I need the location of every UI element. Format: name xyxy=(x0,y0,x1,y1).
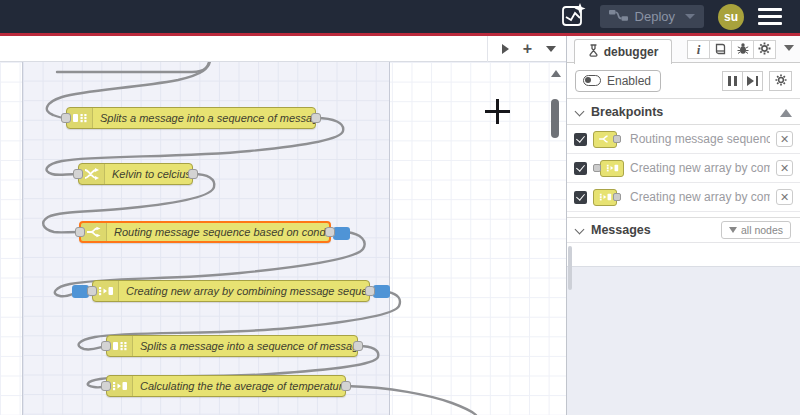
step-button[interactable] xyxy=(742,71,763,91)
tab-debugger-label: debugger xyxy=(604,45,659,59)
join-node-badge xyxy=(593,160,624,177)
input-port[interactable] xyxy=(61,113,71,123)
messages-title: Messages xyxy=(591,223,651,237)
node-red-window: Deploy su xyxy=(0,0,800,415)
join-node-badge xyxy=(593,189,624,206)
input-port[interactable] xyxy=(87,286,97,296)
deploy-caret-icon[interactable] xyxy=(685,14,695,19)
node-label: Splits a message into a sequence of mess… xyxy=(133,340,357,352)
deploy-label: Deploy xyxy=(635,9,675,24)
debugger-toolbar: Enabled xyxy=(567,63,800,99)
input-port[interactable] xyxy=(73,169,83,179)
info-tab-button[interactable]: i xyxy=(687,40,710,59)
step-icon xyxy=(747,76,758,86)
switch-node-badge xyxy=(593,131,624,148)
node-join-1[interactable]: Creating new array by combining message … xyxy=(92,280,370,302)
breakpoints-section-header[interactable]: Breakpoints xyxy=(567,99,800,125)
flow-tabstrip: + xyxy=(0,36,566,62)
node-split-1[interactable]: Splits a message into a sequence of mess… xyxy=(66,107,316,129)
breakpoint-checkbox[interactable] xyxy=(574,162,587,175)
output-port-icon xyxy=(613,193,621,201)
user-avatar[interactable]: su xyxy=(718,4,744,30)
node-label: Routing message sequence based on condit… xyxy=(107,226,329,238)
help-tab-button[interactable] xyxy=(709,40,732,59)
canvas-scrollbar-thumb[interactable] xyxy=(551,99,559,138)
output-port[interactable] xyxy=(311,113,321,123)
debug-tab-button[interactable] xyxy=(731,40,754,59)
node-label: Creating new array by combining message … xyxy=(119,285,369,297)
image-sparkle-icon[interactable] xyxy=(560,2,586,32)
input-port[interactable] xyxy=(101,381,111,391)
breakpoint-checkbox[interactable] xyxy=(574,133,587,146)
main-menu-icon[interactable] xyxy=(758,8,782,25)
breakpoint-label: Routing message sequence based on condit… xyxy=(630,132,770,146)
enabled-label: Enabled xyxy=(607,74,651,88)
toggle-icon xyxy=(583,75,601,86)
pause-icon xyxy=(728,76,737,86)
breakpoint-row[interactable]: Routing message sequence based on condit… xyxy=(567,125,800,154)
output-port[interactable] xyxy=(353,341,363,351)
node-label: Calculating the the average of temperatu… xyxy=(133,380,345,392)
info-icon: i xyxy=(697,42,701,58)
sidebar-scroll-up-icon[interactable] xyxy=(780,109,792,117)
deploy-button[interactable]: Deploy xyxy=(600,5,704,28)
input-port[interactable] xyxy=(75,227,85,237)
breakpoint-label: Creating new array by combining message … xyxy=(630,190,770,204)
sidebar-empty-area xyxy=(567,266,800,415)
node-label: Kelvin to celcius xyxy=(105,168,192,180)
node-change-1[interactable]: Kelvin to celcius xyxy=(78,163,193,185)
chevron-down-icon xyxy=(576,108,584,116)
canvas-scroll-up-icon[interactable] xyxy=(551,70,561,77)
breakpoint-row[interactable]: Creating new array by combining message … xyxy=(567,154,800,183)
breakpoint-checkbox[interactable] xyxy=(574,191,587,204)
node-switch-1[interactable]: Routing message sequence based on condit… xyxy=(79,221,331,243)
book-icon xyxy=(714,41,727,59)
chevron-down-icon xyxy=(576,226,584,234)
breakpoints-title: Breakpoints xyxy=(591,105,663,119)
breakpoint-label: Creating new array by combining message … xyxy=(630,161,770,175)
remove-breakpoint-button[interactable]: ✕ xyxy=(776,131,793,147)
node-label: Splits a message into a sequence of mess… xyxy=(93,112,315,124)
node-split-2[interactable]: Splits a message into a sequence of mess… xyxy=(106,335,358,357)
flask-icon xyxy=(588,44,599,60)
app-header: Deploy su xyxy=(0,0,800,33)
output-port-icon xyxy=(613,135,621,143)
filter-label: all nodes xyxy=(741,224,783,236)
sidebar-tabrow: debugger i xyxy=(567,36,800,63)
gear-icon xyxy=(758,41,771,59)
gear-icon xyxy=(775,72,787,90)
sidebar-menu-caret-icon[interactable] xyxy=(784,45,794,51)
tab-scroll-right-icon[interactable] xyxy=(502,44,509,54)
output-port[interactable] xyxy=(325,227,335,237)
input-port[interactable] xyxy=(101,341,111,351)
remove-breakpoint-button[interactable]: ✕ xyxy=(776,189,793,205)
tab-debugger[interactable]: debugger xyxy=(574,39,672,64)
node-join-2[interactable]: Calculating the the average of temperatu… xyxy=(106,375,346,397)
output-port[interactable] xyxy=(188,169,198,179)
messages-empty-list xyxy=(567,243,800,265)
debugger-settings-button[interactable] xyxy=(769,71,792,91)
crosshair-cursor xyxy=(496,99,499,124)
breakpoint-row[interactable]: Creating new array by combining message … xyxy=(567,183,800,212)
deploy-nodes-icon xyxy=(609,8,628,26)
output-port[interactable] xyxy=(365,286,375,296)
config-tab-button[interactable] xyxy=(753,40,776,59)
debugger-enabled-toggle[interactable]: Enabled xyxy=(575,70,661,92)
canvas-grid[interactable]: Splits a message into a sequence of mess… xyxy=(0,62,566,415)
message-filter-button[interactable]: all nodes xyxy=(721,221,791,239)
filter-icon xyxy=(729,227,737,233)
add-flow-button[interactable]: + xyxy=(523,41,532,57)
output-port[interactable] xyxy=(341,381,351,391)
flow-list-icon[interactable] xyxy=(546,46,556,52)
debug-sidebar: debugger i xyxy=(566,36,800,415)
bug-icon xyxy=(737,41,749,59)
messages-section-header[interactable]: Messages all nodes xyxy=(567,217,800,243)
pause-button[interactable] xyxy=(722,71,743,91)
sidebar-scrollbar-thumb[interactable] xyxy=(568,246,572,290)
remove-breakpoint-button[interactable]: ✕ xyxy=(776,160,793,176)
breakpoint-marker[interactable] xyxy=(373,285,390,298)
input-port-icon xyxy=(593,164,601,172)
flow-canvas[interactable]: Splits a message into a sequence of mess… xyxy=(0,36,566,415)
breakpoint-marker[interactable] xyxy=(333,227,350,240)
